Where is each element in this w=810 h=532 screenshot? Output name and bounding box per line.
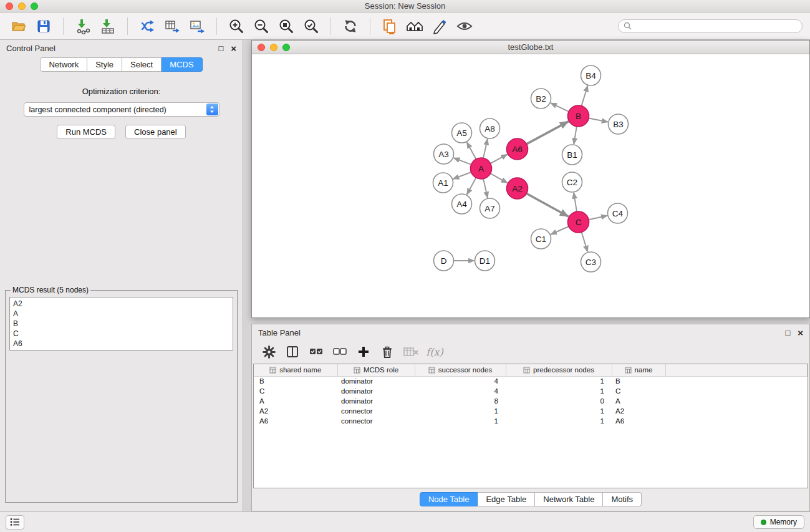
table-cell[interactable]: connector (337, 416, 415, 426)
column-header-MCDS-role[interactable]: MCDS role (337, 364, 415, 376)
graph-edge-C-C2[interactable] (574, 193, 577, 211)
minimize-window-button[interactable] (18, 2, 26, 10)
column-header-predecessor-nodes[interactable]: predecessor nodes (506, 364, 612, 376)
graph-node-C3[interactable]: C3 (581, 252, 601, 272)
tab-motifs[interactable]: Motifs (603, 492, 642, 506)
graph-node-A8[interactable]: A8 (480, 118, 500, 138)
function-builder-button[interactable]: f(x) (425, 342, 444, 361)
mcds-result-item[interactable]: A2 (13, 299, 229, 309)
select-all-rows-button[interactable] (307, 342, 325, 361)
table-cell[interactable]: dominator (337, 386, 415, 396)
table-row[interactable]: A2connector11A2 (254, 406, 808, 416)
graph-node-C1[interactable]: C1 (531, 229, 551, 249)
add-column-button[interactable] (354, 342, 373, 361)
graph-edge-A-A2[interactable] (490, 173, 507, 183)
graph-edge-C-C4[interactable] (589, 216, 607, 220)
table-cell[interactable]: A2 (254, 406, 337, 416)
home-button[interactable] (403, 15, 426, 37)
table-cell[interactable]: 1 (506, 386, 612, 396)
table-row[interactable]: Cdominator41C (254, 386, 808, 396)
show-hide-button[interactable] (453, 15, 476, 37)
zoom-out-button[interactable] (250, 15, 272, 37)
graph-edge-B-B1[interactable] (574, 127, 577, 144)
mcds-result-item[interactable]: A6 (13, 339, 229, 349)
close-table-panel-icon[interactable]: × (798, 328, 803, 337)
table-cell[interactable]: connector (337, 406, 415, 416)
table-cell[interactable]: 4 (415, 386, 506, 396)
graph-node-B2[interactable]: B2 (531, 89, 551, 109)
tab-network[interactable]: Network (40, 57, 87, 72)
graph-edge-A-A1[interactable] (453, 172, 471, 179)
graph-edge-A-A5[interactable] (467, 142, 476, 159)
graph-edge-A-A6[interactable] (491, 155, 508, 164)
table-row[interactable]: Adominator80A (254, 396, 808, 406)
graph-node-A7[interactable]: A7 (480, 198, 500, 218)
graph-edge-A6-B[interactable] (527, 122, 569, 144)
delete-table-button[interactable] (402, 342, 420, 361)
table-cell[interactable]: 1 (415, 406, 506, 416)
table-row[interactable]: Bdominator41B (254, 376, 808, 386)
graph-node-A6[interactable]: A6 (507, 138, 528, 160)
import-network-button[interactable] (72, 15, 94, 37)
graph-edge-A-A8[interactable] (483, 139, 488, 158)
mcds-result-item[interactable]: A (13, 309, 229, 319)
graph-edge-C-C1[interactable] (551, 226, 569, 235)
close-panel-button[interactable]: Close panel (125, 125, 186, 139)
graph-node-A[interactable]: A (471, 158, 492, 179)
save-session-button[interactable] (32, 15, 55, 37)
graph-edge-B-B2[interactable] (551, 103, 569, 112)
table-cell[interactable]: dominator (337, 376, 415, 386)
column-header-name[interactable]: name (612, 364, 665, 376)
table-cell[interactable]: 1 (415, 416, 506, 426)
zoom-window-button[interactable] (31, 2, 38, 10)
mcds-result-item[interactable]: C (13, 329, 229, 339)
graph-node-D1[interactable]: D1 (475, 251, 495, 271)
column-header-successor-nodes[interactable]: successor nodes (415, 364, 506, 376)
graph-node-B3[interactable]: B3 (609, 114, 629, 134)
zoom-fit-button[interactable] (275, 15, 297, 37)
show-columns-button[interactable] (283, 342, 302, 361)
zoom-in-button[interactable] (225, 15, 248, 37)
table-cell[interactable]: 1 (506, 376, 612, 386)
table-cell[interactable]: 8 (415, 396, 506, 406)
new-table-button[interactable] (161, 15, 183, 37)
graph-node-A3[interactable]: A3 (434, 144, 454, 164)
delete-column-button[interactable] (378, 342, 397, 361)
search-field[interactable] (618, 19, 803, 33)
network-canvas[interactable]: B4B2BB3A5A8A6A3B1AA1C2A2A4A7C4CC1C3DD1 (252, 54, 809, 317)
table-row[interactable]: A6connector11A6 (254, 416, 808, 426)
search-input[interactable] (635, 22, 797, 31)
export-document-button[interactable] (378, 15, 401, 37)
graph-node-A1[interactable]: A1 (433, 173, 453, 193)
graph-edge-A2-C[interactable] (526, 193, 568, 216)
graphics-details-button[interactable] (428, 15, 451, 37)
graph-edge-B-B4[interactable] (582, 85, 588, 106)
table-cell[interactable]: dominator (337, 396, 415, 406)
table-cell[interactable]: B (612, 376, 665, 386)
table-cell[interactable]: B (254, 376, 337, 386)
memory-button[interactable]: Memory (753, 515, 804, 529)
table-cell[interactable]: A (612, 396, 665, 406)
table-cell[interactable]: A6 (612, 416, 665, 426)
graph-edge-A-A7[interactable] (483, 179, 488, 198)
table-cell[interactable]: 4 (415, 376, 506, 386)
optimization-criterion-select[interactable]: largest connected component (directed) (24, 102, 219, 117)
table-cell[interactable]: A2 (612, 406, 665, 416)
tab-edge-table[interactable]: Edge Table (478, 492, 535, 506)
table-cell[interactable]: A (254, 396, 337, 406)
graph-node-B1[interactable]: B1 (562, 145, 582, 165)
table-cell[interactable]: 1 (506, 416, 612, 426)
tab-node-table[interactable]: Node Table (420, 492, 478, 506)
open-file-button[interactable] (7, 15, 30, 37)
network-minimize-button[interactable] (270, 44, 277, 51)
graph-node-A4[interactable]: A4 (452, 194, 472, 214)
graph-node-C[interactable]: C (568, 211, 589, 233)
export-image-button[interactable] (186, 15, 208, 37)
import-table-button[interactable] (97, 15, 119, 37)
table-settings-button[interactable] (259, 342, 278, 361)
zoom-selected-button[interactable] (300, 15, 322, 37)
mcds-result-list[interactable]: A2ABCA6 (9, 297, 233, 351)
deselect-all-rows-button[interactable] (330, 342, 349, 361)
graph-node-D[interactable]: D (434, 251, 454, 271)
tab-select[interactable]: Select (122, 57, 162, 72)
